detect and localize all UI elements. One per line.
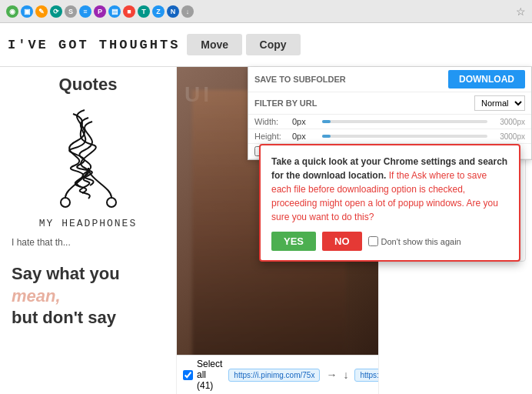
select-all-checkbox[interactable]: Select all (41) xyxy=(183,359,222,391)
bottom-quote: Say what you mean, but don't say xyxy=(0,252,176,341)
ext-icon-2[interactable]: ▣ xyxy=(21,5,33,18)
ext-icon-5[interactable]: S xyxy=(65,5,77,18)
copy-button[interactable]: Copy xyxy=(246,34,301,55)
ext-icon-10[interactable]: T xyxy=(138,5,150,18)
ext-icon-9[interactable]: ■ xyxy=(123,5,135,18)
no-button[interactable]: NO xyxy=(322,232,362,251)
headphones-label: MY HEADPHONES xyxy=(0,214,176,233)
url-chip-2[interactable]: https://i.pinimg.com/236 xyxy=(354,369,378,382)
select-all-bar: Select all (41) https://i.pinimg.com/75x… xyxy=(177,355,378,394)
svg-point-1 xyxy=(107,198,116,207)
ext-icon-11[interactable]: Z xyxy=(152,5,165,18)
ext-icon-7[interactable]: P xyxy=(94,5,106,18)
ext-icon-1[interactable]: ◉ xyxy=(6,5,18,18)
quote-line3: but don't say xyxy=(12,308,116,327)
left-panel: Quotes MY HEADPHONES I hate that xyxy=(0,67,177,394)
url-text-1: https://i.pinimg.com/75x xyxy=(234,371,314,379)
ext-icon-13[interactable]: ↓ xyxy=(181,5,194,18)
browser-icons: ◉ ▣ ✎ ⟳ S ≡ P ▤ ■ T Z N ↓ xyxy=(6,5,194,18)
height-value: 0px xyxy=(292,132,315,141)
height-row: Height: 0px 3000px xyxy=(248,129,531,144)
ext-icon-3[interactable]: ✎ xyxy=(35,5,48,18)
height-label: Height: xyxy=(254,132,289,141)
ext-icon-6[interactable]: ≡ xyxy=(79,5,91,18)
save-label: SAVE TO SUBFOLDER xyxy=(254,75,448,84)
pin-image-area xyxy=(0,98,176,214)
url-chip-1[interactable]: https://i.pinimg.com/75x xyxy=(228,369,320,382)
ext-icon-4[interactable]: ⟳ xyxy=(50,5,62,18)
board-title: Quotes xyxy=(0,67,176,98)
scribble-image xyxy=(42,102,135,210)
toolbar-handwritten-text: I'VE GOT THOUGHTS xyxy=(8,38,180,52)
url-text-2: https://i.pinimg.com/236 xyxy=(360,371,378,379)
filter-label: FILTER BY URL xyxy=(254,98,474,108)
height-slider[interactable] xyxy=(322,135,487,138)
alert-buttons: YES NO Don't show this again xyxy=(271,232,508,251)
height-max: 3000px xyxy=(494,132,525,141)
yes-button[interactable]: YES xyxy=(271,232,316,251)
alert-text: Take a quick look at your Chrome setting… xyxy=(271,155,508,224)
download-button[interactable]: DOWNLOAD xyxy=(448,70,525,88)
save-to-subfolder-row: SAVE TO SUBFOLDER DOWNLOAD xyxy=(248,67,531,92)
pin-caption: I hate that th... xyxy=(0,233,176,252)
bookmark-star-icon[interactable]: ☆ xyxy=(516,5,526,18)
quote-line2: mean, xyxy=(12,286,61,306)
select-all-label: Select all (41) xyxy=(197,359,222,391)
dont-show-label[interactable]: Don't show this again xyxy=(368,236,461,246)
ext-icon-8[interactable]: ▤ xyxy=(108,5,121,18)
main-content: Quotes MY HEADPHONES I hate that xyxy=(0,67,532,394)
quote-line1: Say what you xyxy=(12,264,120,283)
select-all-input[interactable] xyxy=(183,370,193,380)
browser-bar: ◉ ▣ ✎ ⟳ S ≡ P ▤ ■ T Z N ↓ ☆ xyxy=(0,0,532,23)
alert-dialog: Take a quick look at your Chrome setting… xyxy=(259,144,520,262)
filter-url-row: FILTER BY URL Normal xyxy=(248,92,531,115)
ext-icon-12[interactable]: N xyxy=(167,5,179,18)
width-value: 0px xyxy=(292,117,315,126)
move-button[interactable]: Move xyxy=(187,34,242,55)
overlay-panel: SAVE TO SUBFOLDER DOWNLOAD FILTER BY URL… xyxy=(248,67,532,160)
normal-select[interactable]: Normal xyxy=(474,95,525,111)
dont-show-checkbox[interactable] xyxy=(368,236,378,246)
width-label: Width: xyxy=(254,117,289,126)
url-download-icon-1[interactable]: ↓ xyxy=(343,369,348,381)
width-slider[interactable] xyxy=(322,120,487,123)
toolbar: I'VE GOT THOUGHTS Move Copy xyxy=(0,23,532,67)
width-max: 3000px xyxy=(494,118,525,126)
url-arrow-1: → xyxy=(326,369,337,381)
svg-point-0 xyxy=(61,198,70,207)
dont-show-text: Don't show this again xyxy=(381,237,461,246)
width-row: Width: 0px 3000px xyxy=(248,115,531,129)
